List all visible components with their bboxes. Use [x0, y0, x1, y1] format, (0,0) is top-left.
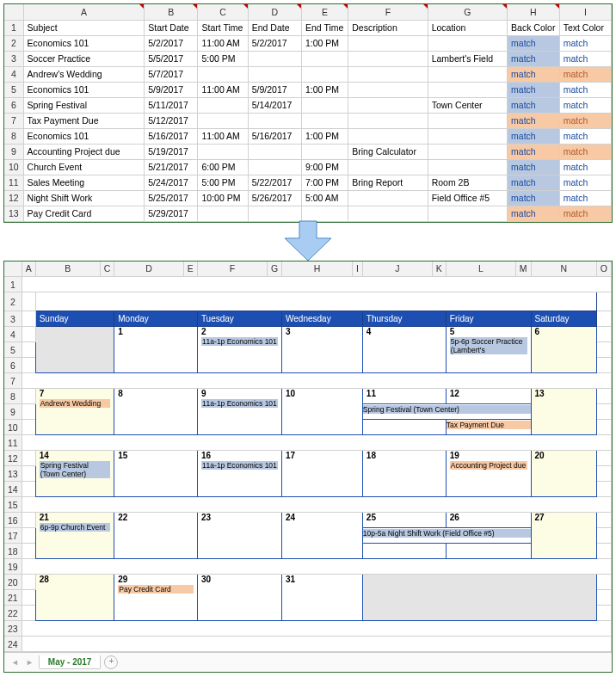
header-row[interactable]: 1 Subject Start Date Start Time End Date… [4, 20, 612, 35]
cell[interactable] [198, 97, 248, 113]
row-head[interactable]: 11 [4, 175, 23, 190]
table-row[interactable]: 11Sales Meeting5/24/20175:00 PM5/22/2017… [4, 175, 612, 190]
table-row[interactable]: 6Spring Festival5/11/20175/14/2017Town C… [4, 97, 612, 113]
cell[interactable] [348, 190, 428, 206]
col-D[interactable]: D [248, 4, 301, 20]
cell[interactable] [348, 159, 428, 175]
cal-day[interactable]: 211a-1p Economics 101 [197, 327, 281, 373]
col-B[interactable]: B [145, 4, 198, 20]
cal-day[interactable]: 6 [531, 327, 596, 373]
cell-textcolor[interactable]: match [559, 144, 611, 159]
cell-backcolor[interactable]: match [508, 144, 560, 159]
tab-next-icon[interactable]: ► [24, 658, 35, 667]
cell[interactable]: 5/2/2017 [145, 35, 198, 51]
cell[interactable] [302, 113, 348, 128]
cal-day[interactable]: 10 [282, 389, 363, 435]
cell[interactable] [302, 144, 348, 159]
row-head[interactable]: 3 [4, 311, 22, 327]
row-head[interactable]: 13 [4, 466, 22, 482]
col[interactable]: I [352, 261, 362, 277]
col-I[interactable]: I [559, 4, 611, 20]
row-head[interactable]: 6 [4, 97, 23, 113]
cell[interactable]: 5/21/2017 [145, 159, 198, 175]
col-E[interactable]: E [302, 4, 348, 20]
cal-day[interactable]: 7Andrew's Wedding [35, 389, 114, 435]
col[interactable]: M [515, 261, 531, 277]
cell[interactable] [248, 51, 301, 66]
cell-textcolor[interactable]: match [559, 97, 611, 113]
cell[interactable] [348, 113, 428, 128]
col[interactable]: B [35, 261, 100, 277]
cell[interactable]: Night Shift Work [23, 190, 145, 206]
cell[interactable] [428, 144, 507, 159]
cal-day[interactable]: 55p-6p Soccer Practice (Lambert's [446, 327, 531, 373]
cell-backcolor[interactable]: match [508, 66, 560, 82]
cell[interactable]: Location [428, 20, 507, 35]
row-head[interactable]: 15 [4, 497, 22, 513]
cell[interactable]: 6:00 PM [198, 159, 248, 175]
cal-day[interactable]: 12 [446, 389, 531, 404]
cell[interactable]: 5/2/2017 [248, 35, 301, 51]
cell[interactable] [348, 66, 428, 82]
cell[interactable] [348, 82, 428, 97]
cell-textcolor[interactable]: match [559, 113, 611, 128]
cal-day[interactable]: 19Accounting Project due [446, 451, 531, 497]
row-head[interactable]: 1 [4, 277, 22, 292]
row-head[interactable]: 9 [4, 144, 23, 159]
select-all-corner[interactable] [4, 261, 22, 277]
cal-day[interactable]: 20 [531, 451, 596, 497]
table-row[interactable]: 5Economics 1015/9/201711:00 AM5/9/20171:… [4, 82, 612, 97]
row-head[interactable]: 23 [4, 621, 22, 637]
cal-day[interactable]: 31 [282, 575, 363, 621]
row-head[interactable]: 18 [4, 544, 22, 559]
cell[interactable]: Room 2B [428, 175, 507, 190]
event-chip-span[interactable]: 10p-5a Night Shift Work (Field Office #5… [362, 529, 531, 538]
cal-day[interactable]: 911a-1p Economics 101 [197, 389, 281, 435]
cell[interactable]: Bring Report [348, 175, 428, 190]
cell[interactable]: 5/26/2017 [248, 190, 301, 206]
data-grid[interactable]: A B C D E F G H I 1 Subject Start Date S… [4, 4, 612, 222]
cell[interactable] [248, 113, 301, 128]
cell[interactable]: 5/12/2017 [145, 113, 198, 128]
cell[interactable]: Town Center [428, 97, 507, 113]
event-chip[interactable]: Spring Festival (Town Center) [40, 461, 111, 478]
cell[interactable]: Start Date [145, 20, 198, 35]
row-head[interactable]: 5 [4, 82, 23, 97]
cal-day[interactable]: 27 [531, 513, 596, 559]
cell-backcolor[interactable]: match [508, 159, 560, 175]
cell[interactable] [428, 66, 507, 82]
cell[interactable]: 5:00 PM [198, 51, 248, 66]
cell[interactable]: End Time [302, 20, 348, 35]
table-row[interactable]: 4Andrew's Wedding5/7/2017matchmatch [4, 66, 612, 82]
row-head[interactable]: 10 [4, 420, 22, 435]
cell[interactable]: Bring Calculator [348, 144, 428, 159]
event-chip-span[interactable]: Spring Festival (Town Center) [362, 405, 531, 414]
col[interactable]: L [446, 261, 515, 277]
cell[interactable]: 11:00 AM [198, 128, 248, 144]
calendar-grid[interactable]: A B C D E F G H I J K L M N O 1 2 May 20… [4, 261, 612, 653]
col[interactable]: J [362, 261, 432, 277]
cal-day[interactable]: 29Pay Credit Card [114, 575, 198, 621]
cell-backcolor[interactable]: match [508, 82, 560, 97]
event-chip[interactable]: Andrew's Wedding [40, 399, 111, 408]
row-head[interactable]: 17 [4, 528, 22, 544]
cell-textcolor[interactable]: match [559, 66, 611, 82]
cal-day[interactable]: 25 [362, 513, 446, 528]
cell[interactable]: 1:00 PM [302, 35, 348, 51]
col[interactable]: G [267, 261, 281, 277]
cell-textcolor[interactable]: match [559, 175, 611, 190]
cell[interactable]: 1:00 PM [302, 82, 348, 97]
row-head[interactable]: 4 [4, 66, 23, 82]
cell[interactable]: End Date [248, 20, 301, 35]
cell[interactable] [302, 97, 348, 113]
cell[interactable]: 9:00 PM [302, 159, 348, 175]
cal-day[interactable]: 1 [114, 327, 198, 373]
cal-day[interactable]: 13 [531, 389, 596, 435]
row-head[interactable]: 8 [4, 389, 22, 404]
cell[interactable] [428, 159, 507, 175]
event-chip[interactable]: 11a-1p Economics 101 [201, 461, 278, 470]
row-head[interactable]: 2 [4, 292, 22, 311]
cal-day[interactable]: 22 [114, 513, 198, 559]
cell[interactable] [348, 51, 428, 66]
cell[interactable]: Accounting Project due [23, 144, 145, 159]
